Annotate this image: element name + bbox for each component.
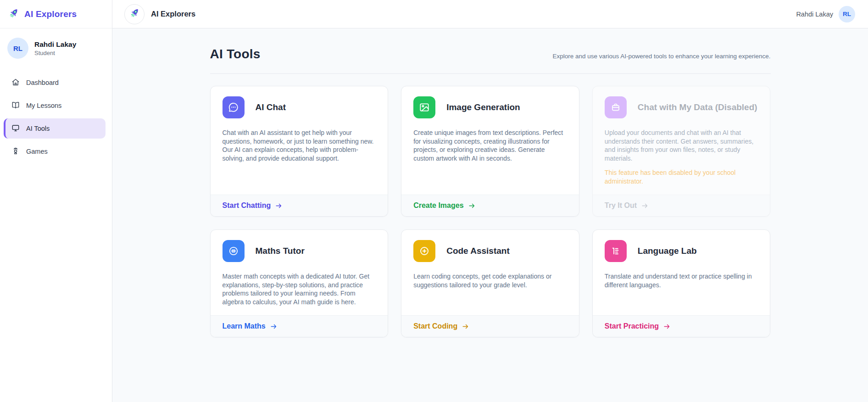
circle-plus-icon (413, 240, 435, 262)
translate-list-icon (605, 240, 627, 262)
book-open-icon (11, 100, 20, 111)
learn-maths-link[interactable]: Learn Maths (223, 322, 278, 330)
card-description: Chat with an AI assistant to get help wi… (223, 128, 376, 162)
arrow-right-icon (663, 323, 671, 330)
monitor-icon (11, 123, 20, 134)
card-description: Upload your documents and chat with an A… (605, 128, 758, 162)
start-chatting-link[interactable]: Start Chatting (223, 201, 283, 210)
topbar-title: AI Explorers (151, 10, 195, 18)
card-title: Code Assistant (446, 246, 510, 256)
sidebar-item-label: AI Tools (26, 125, 50, 132)
topbar-avatar[interactable]: RL (839, 6, 855, 22)
start-coding-link[interactable]: Start Coding (413, 322, 469, 330)
create-images-link[interactable]: Create Images (413, 201, 475, 210)
disabled-warning-text: This feature has been disabled by your s… (605, 168, 758, 185)
card-title: Image Generation (446, 102, 520, 112)
topbar: AI Explorers Rahdi Lakay RL (112, 0, 868, 28)
card-maths-tutor[interactable]: Maths Tutor Master math concepts with a … (210, 229, 389, 337)
user-name: Rahdi Lakay (34, 40, 76, 49)
card-description: Translate and understand text or practic… (605, 272, 758, 289)
arrow-right-icon (462, 323, 469, 330)
home-icon (11, 78, 20, 88)
page-header: AI Tools Explore and use various AI-powe… (210, 47, 771, 74)
arrow-right-icon (270, 323, 278, 330)
card-language-lab[interactable]: Language Lab Translate and understand te… (592, 229, 771, 337)
arrow-right-icon (468, 202, 476, 210)
rocket-icon (7, 7, 20, 22)
arrow-right-icon (275, 202, 283, 210)
sidebar-logo: AI Explorers (0, 0, 112, 28)
arrow-right-icon (641, 202, 649, 210)
card-description: Master math concepts with a dedicated AI… (223, 272, 376, 306)
card-title: Language Lab (638, 246, 697, 256)
avatar: RL (7, 38, 28, 59)
topbar-logo-badge (124, 4, 145, 24)
rocket-icon (128, 7, 141, 21)
card-description: Learn coding concepts, get code explanat… (413, 272, 567, 289)
card-chat-with-my-data: Chat with My Data (Disabled) Upload your… (592, 86, 771, 217)
start-practicing-link[interactable]: Start Practicing (605, 322, 671, 330)
page-title: AI Tools (210, 47, 261, 61)
card-description: Create unique images from text descripti… (413, 128, 567, 162)
sidebar: AI Explorers RL Rahdi Lakay Student Dash… (0, 0, 112, 402)
tools-grid: AI Chat Chat with an AI assistant to get… (210, 86, 771, 337)
card-code-assistant[interactable]: Code Assistant Learn coding concepts, ge… (401, 229, 579, 337)
game-pawn-icon (11, 146, 20, 157)
sidebar-item-my-lessons[interactable]: My Lessons (4, 95, 106, 116)
app-logo-text: AI Explorers (24, 9, 77, 19)
data-case-icon (605, 96, 627, 118)
sidebar-item-ai-tools[interactable]: AI Tools (4, 118, 106, 139)
image-icon (413, 96, 435, 118)
card-title: Maths Tutor (256, 246, 305, 256)
bot-face-icon (223, 240, 245, 262)
app-root: AI Explorers RL Rahdi Lakay Student Dash… (0, 0, 868, 402)
try-it-out-link: Try It Out (605, 201, 649, 210)
card-ai-chat[interactable]: AI Chat Chat with an AI assistant to get… (210, 86, 389, 217)
sidebar-user-card: RL Rahdi Lakay Student (0, 28, 112, 69)
sidebar-item-label: My Lessons (26, 102, 61, 109)
sidebar-item-label: Games (26, 148, 48, 155)
sidebar-item-label: Dashboard (26, 79, 59, 86)
card-title: AI Chat (256, 102, 286, 112)
chat-bubble-icon (223, 96, 245, 118)
sidebar-item-dashboard[interactable]: Dashboard (4, 73, 106, 93)
page-subtitle: Explore and use various AI-powered tools… (552, 53, 770, 61)
card-image-generation[interactable]: Image Generation Create unique images fr… (401, 86, 579, 217)
user-role: Student (34, 50, 76, 56)
sidebar-item-games[interactable]: Games (4, 141, 106, 162)
topbar-user-name: Rahdi Lakay (796, 11, 833, 18)
card-title: Chat with My Data (Disabled) (638, 102, 757, 112)
sidebar-nav: Dashboard My Lessons AI Tools (0, 69, 112, 165)
main-content: AI Tools Explore and use various AI-powe… (112, 28, 868, 402)
